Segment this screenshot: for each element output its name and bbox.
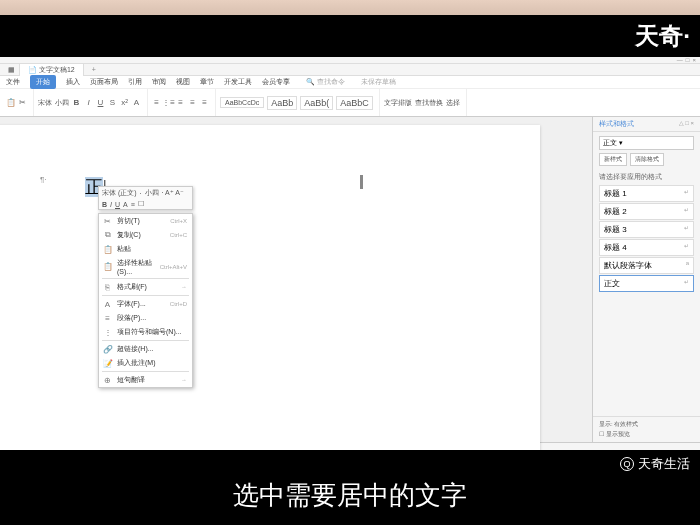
tab-developer[interactable]: 开发工具 — [224, 77, 252, 87]
mini-highlight-icon[interactable]: ☐ — [138, 200, 144, 208]
tab-member[interactable]: 会员专享 — [262, 77, 290, 87]
bold-icon[interactable]: B — [72, 98, 81, 107]
paste-icon: 📋 — [103, 245, 112, 254]
menu-paragraph[interactable]: ≡段落(P)... — [99, 311, 192, 325]
separator — [102, 278, 189, 279]
italic-icon[interactable]: I — [84, 98, 93, 107]
align-center-icon[interactable]: ≡ — [188, 98, 197, 107]
workspace: ¶· 正| 宋体 (正文) · 小四 · A⁺ A⁻ B I U A ≡ ☐ — [0, 117, 700, 442]
tab-home[interactable]: 开始 — [30, 75, 56, 89]
paragraph-group: ≡ ⋮≡ ≡ ≡ ≡ — [152, 89, 216, 116]
cut-icon[interactable]: ✂ — [18, 98, 27, 107]
tab-reference[interactable]: 引用 — [128, 77, 142, 87]
underline-icon[interactable]: U — [96, 98, 105, 107]
tab-review[interactable]: 审阅 — [152, 77, 166, 87]
numbering-icon[interactable]: ⋮≡ — [164, 98, 173, 107]
translate-icon: ⊕ — [103, 376, 112, 385]
separator — [102, 340, 189, 341]
tab-layout[interactable]: 页面布局 — [90, 77, 118, 87]
mini-underline-icon[interactable]: U — [115, 201, 120, 208]
page[interactable]: ¶· 正| 宋体 (正文) · 小四 · A⁺ A⁻ B I U A ≡ ☐ — [0, 125, 540, 490]
new-style-button[interactable]: 新样式 — [599, 153, 627, 166]
menu-paste-special[interactable]: 📋选择性粘贴(S)...Ctrl+Alt+V — [99, 256, 192, 277]
file-menu[interactable]: 文件 — [6, 77, 20, 87]
search-hint[interactable]: 🔍 查找命令 — [306, 77, 345, 87]
home-icon[interactable]: ▦ — [8, 66, 15, 74]
document-tabs: ▦ 📄 文字文稿12 + — [0, 64, 700, 76]
super-icon[interactable]: x² — [120, 98, 129, 107]
menu-cut[interactable]: ✂剪切(T)Ctrl+X — [99, 214, 192, 228]
menu-bullets[interactable]: ⋮项目符号和编号(N)... — [99, 325, 192, 339]
paste-icon[interactable]: 📋 — [6, 98, 15, 107]
menu-font[interactable]: A字体(F)...Ctrl+D — [99, 297, 192, 311]
select-btn[interactable]: 选择 — [446, 98, 460, 108]
style-item-h2[interactable]: 标题 2↵ — [599, 203, 694, 220]
find-replace-btn[interactable]: 查找替换 — [415, 98, 443, 108]
tab-view[interactable]: 视图 — [176, 77, 190, 87]
font-size[interactable]: 小四 — [55, 98, 69, 108]
apply-label: 请选择要应用的格式 — [599, 172, 694, 182]
tab-title: 文字文稿12 — [39, 66, 75, 73]
copy-icon: ⧉ — [103, 231, 112, 240]
paste-icon: 📋 — [103, 262, 112, 271]
style-item-h3[interactable]: 标题 3↵ — [599, 221, 694, 238]
style-normal[interactable]: AaBbCcDc — [220, 97, 264, 108]
mini-italic-icon[interactable]: I — [110, 201, 112, 208]
highlight-icon[interactable]: A — [132, 98, 141, 107]
styles-group: AaBbCcDc AaBb AaBb( AaBbC — [220, 89, 380, 116]
para-mark: ¶· — [40, 175, 47, 184]
style-item-default[interactable]: 默认段落字体a — [599, 257, 694, 274]
brand-bar: 天奇· — [0, 15, 700, 57]
unsaved-hint: 未保存草稿 — [361, 77, 396, 87]
menu-format-painter[interactable]: ⎘格式刷(F)→ — [99, 280, 192, 294]
menu-paste[interactable]: 📋粘贴 — [99, 242, 192, 256]
style-item-h1[interactable]: 标题 1↵ — [599, 185, 694, 202]
panel-header: 样式和格式 △ □ × — [593, 117, 700, 132]
style-h1[interactable]: AaBb — [267, 96, 297, 110]
minimize-icon[interactable]: — — [677, 57, 683, 63]
panel-controls[interactable]: △ □ × — [679, 119, 694, 129]
menu-copy[interactable]: ⧉复制(C)Ctrl+C — [99, 228, 192, 242]
context-menu: ✂剪切(T)Ctrl+X ⧉复制(C)Ctrl+C 📋粘贴 📋选择性粘贴(S).… — [98, 213, 193, 388]
menu-translate[interactable]: ⊕短句翻译→ — [99, 373, 192, 387]
tab-chapter[interactable]: 章节 — [200, 77, 214, 87]
separator — [102, 295, 189, 296]
margin-mark — [360, 175, 363, 189]
footer-show[interactable]: 显示: 有效样式 — [599, 420, 694, 429]
clear-format-button[interactable]: 清除格式 — [630, 153, 664, 166]
document-area[interactable]: ¶· 正| 宋体 (正文) · 小四 · A⁺ A⁻ B I U A ≡ ☐ — [0, 117, 592, 442]
window-controls: — □ × — [0, 57, 700, 64]
align-left-icon[interactable]: ≡ — [176, 98, 185, 107]
separator — [102, 371, 189, 372]
style-h3[interactable]: AaBbC — [336, 96, 373, 110]
list-icon: ⋮ — [103, 328, 112, 337]
tab-insert[interactable]: 插入 — [66, 77, 80, 87]
link-icon: 🔗 — [103, 345, 112, 354]
watermark-text: 天奇生活 — [638, 455, 690, 473]
mini-font[interactable]: 宋体 (正文) — [102, 188, 137, 198]
menu-hyperlink[interactable]: 🔗超链接(H)... — [99, 342, 192, 356]
panel-footer: 显示: 有效样式 ☐ 显示预览 — [593, 416, 700, 442]
font-name[interactable]: 宋体 — [38, 98, 52, 108]
text-layout-btn[interactable]: 文字排版 — [384, 98, 412, 108]
tab-add-icon[interactable]: + — [92, 66, 96, 73]
style-item-body[interactable]: 正文↵ — [599, 275, 694, 292]
mini-align-icon[interactable]: ≡ — [131, 201, 135, 208]
style-item-h4[interactable]: 标题 4↵ — [599, 239, 694, 256]
current-style-select[interactable]: 正文 ▾ — [599, 136, 694, 150]
maximize-icon[interactable]: □ — [686, 57, 690, 63]
styles-panel: 样式和格式 △ □ × 正文 ▾ 新样式 清除格式 请选择要应用的格式 标题 1… — [592, 117, 700, 442]
footer-preview[interactable]: ☐ 显示预览 — [599, 430, 694, 439]
style-h2[interactable]: AaBb( — [300, 96, 333, 110]
mini-size[interactable]: 小四 — [145, 188, 159, 198]
watermark-icon: Q — [620, 457, 634, 471]
strike-icon[interactable]: S — [108, 98, 117, 107]
mini-bold-icon[interactable]: B — [102, 201, 107, 208]
watermark: Q 天奇生活 — [620, 455, 690, 473]
close-icon[interactable]: × — [692, 57, 696, 63]
bullets-icon[interactable]: ≡ — [152, 98, 161, 107]
mini-color-icon[interactable]: A — [123, 201, 128, 208]
menu-comment[interactable]: 📝插入批注(M) — [99, 356, 192, 370]
align-right-icon[interactable]: ≡ — [200, 98, 209, 107]
mini-toolbar: 宋体 (正文) · 小四 · A⁺ A⁻ B I U A ≡ ☐ — [98, 186, 193, 210]
